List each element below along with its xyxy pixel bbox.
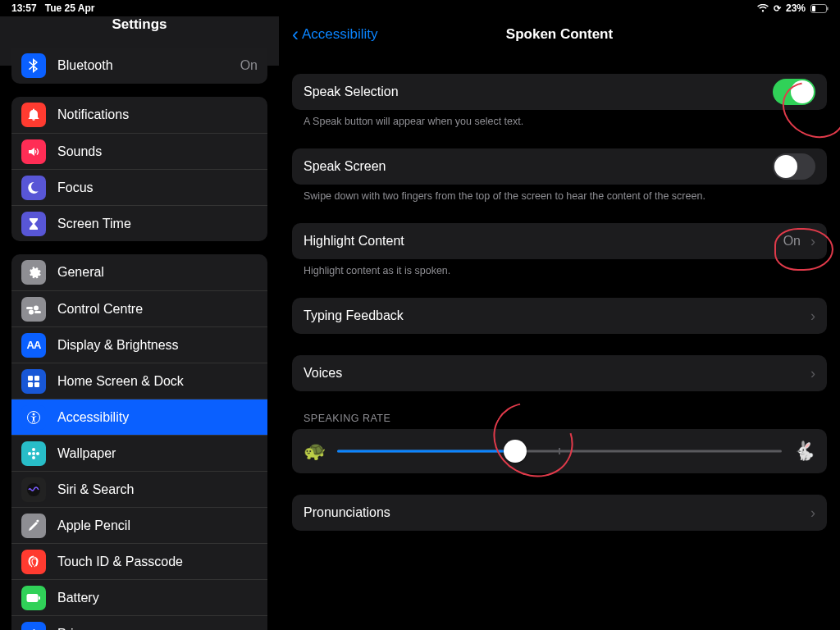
svg-rect-2 — [827, 7, 829, 10]
page-title: Spoken Content — [506, 26, 613, 43]
sidebar-item-label: Home Screen & Dock — [57, 374, 258, 389]
sidebar-group-general: GeneralControl CentreAADisplay & Brightn… — [11, 254, 267, 630]
sidebar-item-notifications[interactable]: Notifications — [11, 97, 267, 133]
sidebar-item-sounds[interactable]: Sounds — [11, 133, 267, 169]
sidebar-item-screen-time[interactable]: Screen Time — [11, 205, 267, 241]
back-button[interactable]: ‹ Accessibility — [292, 25, 378, 44]
sidebar-item-label: Apple Pencil — [57, 518, 258, 533]
status-time: 13:57 — [11, 2, 37, 14]
sidebar-item-general[interactable]: General — [11, 254, 267, 290]
sidebar-item-label: Screen Time — [57, 217, 258, 231]
battery-percent: 23% — [786, 2, 806, 14]
moon-icon — [21, 176, 46, 200]
pencil-icon — [21, 514, 46, 538]
nav-bar: ‹ Accessibility Spoken Content — [279, 16, 840, 52]
chevron-right-icon: › — [810, 365, 815, 382]
cell-footnote: Swipe down with two fingers from the top… — [292, 185, 827, 202]
siri-icon — [21, 477, 46, 502]
sidebar-item-label: Accessibility — [57, 410, 258, 425]
orientation-lock-icon: ⟳ — [774, 3, 781, 14]
typing-feedback-row[interactable]: Typing Feedback › — [292, 298, 827, 334]
sidebar-item-label: Display & Brightness — [57, 338, 258, 353]
ctrl-icon — [21, 297, 46, 322]
access-icon — [21, 405, 46, 430]
sidebar-item-siri-search[interactable]: Siri & Search — [11, 471, 267, 507]
back-label: Accessibility — [302, 26, 378, 43]
svg-rect-9 — [28, 382, 33, 387]
speak-selection-row[interactable]: Speak Selection — [292, 74, 827, 110]
touch-icon — [21, 550, 46, 574]
chevron-left-icon: ‹ — [292, 25, 299, 44]
hand-icon — [21, 622, 46, 631]
voices-row[interactable]: Voices › — [292, 355, 827, 391]
svg-rect-20 — [39, 596, 40, 600]
pronunciations-row[interactable]: Pronunciations › — [292, 495, 827, 531]
sidebar-group-system: NotificationsSoundsFocusScreen Time — [11, 97, 267, 241]
status-bar: 13:57 Tue 25 Apr ⟳ 23% — [0, 0, 840, 16]
AA-icon: AA — [21, 333, 46, 358]
sidebar-item-display-brightness[interactable]: AADisplay & Brightness — [11, 326, 267, 363]
chevron-right-icon: › — [810, 233, 815, 250]
sidebar-item-value: On — [240, 58, 258, 73]
sidebar-item-label: Privacy — [57, 627, 258, 631]
sidebar-item-label: Notifications — [57, 107, 258, 122]
cell-footnote: Highlight content as it is spoken. — [292, 259, 827, 276]
speaking-rate-slider[interactable] — [337, 443, 782, 459]
sidebar-item-label: Wallpaper — [57, 446, 258, 461]
hourglass-icon — [21, 212, 46, 236]
svg-point-6 — [29, 309, 34, 314]
grid-icon — [21, 369, 46, 394]
cell-label: Speak Screen — [304, 159, 763, 174]
cell-label: Typing Feedback — [304, 308, 801, 323]
sidebar-item-accessibility[interactable]: Accessibility — [11, 399, 267, 435]
sidebar-item-wallpaper[interactable]: Wallpaper — [11, 435, 267, 471]
sidebar-item-focus[interactable]: Focus — [11, 169, 267, 205]
sidebar-item-apple-pencil[interactable]: Apple Pencil — [11, 507, 267, 543]
chevron-right-icon: › — [810, 504, 815, 522]
sound-icon — [21, 139, 46, 164]
speak-selection-toggle[interactable] — [773, 79, 815, 105]
svg-rect-3 — [26, 307, 33, 309]
section-header: SPEAKING RATE — [292, 413, 827, 429]
cell-label: Voices — [304, 366, 801, 381]
sidebar-item-label: Control Centre — [57, 302, 258, 317]
speak-screen-row[interactable]: Speak Screen — [292, 148, 827, 185]
svg-rect-19 — [27, 594, 39, 602]
sidebar-item-label: Battery — [57, 591, 258, 605]
sidebar-item-battery[interactable]: Battery — [11, 579, 267, 615]
sidebar-item-home-screen-dock[interactable]: Home Screen & Dock — [11, 363, 267, 399]
speaking-rate-slider-cell: 🐢 🐇 — [292, 429, 827, 473]
battery-icon — [21, 586, 46, 610]
chevron-right-icon: › — [810, 308, 815, 325]
bell-icon — [21, 103, 46, 127]
svg-point-4 — [34, 305, 39, 310]
bluetooth-icon — [21, 53, 46, 78]
sidebar-item-label: Bluetooth — [57, 58, 229, 73]
svg-rect-8 — [34, 376, 39, 381]
sidebar-item-privacy[interactable]: Privacy — [11, 615, 267, 630]
svg-point-15 — [32, 456, 35, 459]
highlight-content-row[interactable]: Highlight Content On › — [292, 223, 827, 259]
svg-point-12 — [33, 413, 35, 415]
sidebar-item-label: Touch ID & Passcode — [57, 555, 258, 569]
svg-rect-1 — [812, 6, 815, 11]
sidebar-item-bluetooth[interactable]: Bluetooth On — [11, 48, 267, 84]
svg-point-14 — [32, 448, 35, 451]
sidebar-item-control-centre[interactable]: Control Centre — [11, 290, 267, 326]
speak-screen-toggle[interactable] — [773, 153, 815, 180]
svg-point-17 — [36, 452, 39, 455]
battery-icon — [810, 4, 829, 13]
hare-icon: 🐇 — [793, 441, 815, 462]
cell-label: Speak Selection — [304, 84, 763, 99]
settings-sidebar: Settings Bluetooth On NotificationsSound… — [0, 16, 279, 630]
sidebar-item-label: General — [57, 265, 258, 280]
svg-rect-5 — [34, 311, 41, 313]
sidebar-item-label: Siri & Search — [57, 482, 258, 497]
tortoise-icon: 🐢 — [304, 441, 326, 462]
svg-rect-7 — [28, 376, 33, 381]
cell-label: Highlight Content — [304, 234, 774, 249]
wifi-icon — [757, 4, 769, 12]
sidebar-item-label: Sounds — [57, 144, 258, 159]
sidebar-item-touch-id-passcode[interactable]: Touch ID & Passcode — [11, 543, 267, 579]
sidebar-item-label: Focus — [57, 180, 258, 195]
